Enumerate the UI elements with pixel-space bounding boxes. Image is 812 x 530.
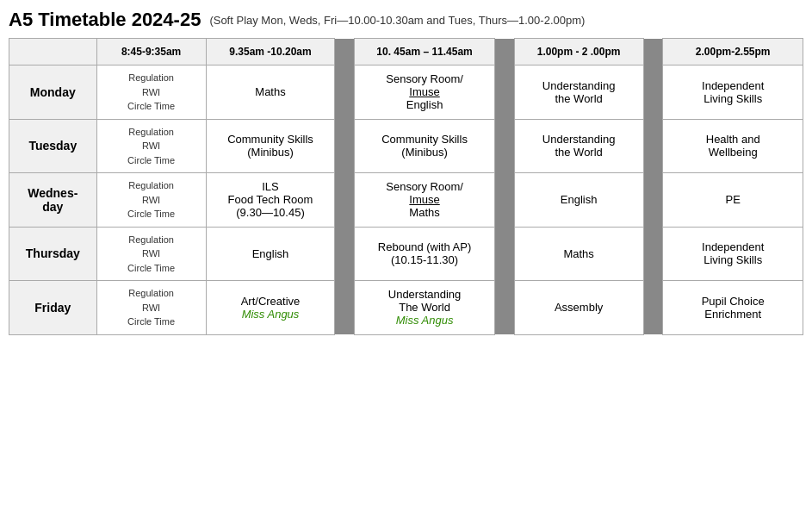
header-row: 8:45-9:35am 9.35am -10.20am 10. 45am – 1… bbox=[9, 39, 803, 65]
break-col-3 bbox=[643, 281, 663, 335]
break-col-2 bbox=[494, 227, 514, 281]
col4-cell: English bbox=[514, 173, 643, 228]
col5-cell: PE bbox=[663, 173, 803, 228]
break-col-2 bbox=[494, 173, 514, 228]
break-col-3 bbox=[643, 119, 663, 173]
day-cell: Monday bbox=[9, 65, 97, 120]
day-cell: Wednes-day bbox=[9, 173, 97, 228]
break-col-2 bbox=[494, 281, 514, 335]
break-col-2 bbox=[494, 119, 514, 173]
col5-cell: Pupil ChoiceEnrichment bbox=[663, 281, 803, 335]
regulation-cell: RegulationRWICircle Time bbox=[96, 65, 206, 120]
day-cell: Thursday bbox=[9, 227, 97, 281]
page-header: A5 Timetable 2024-25 (Soft Play Mon, Wed… bbox=[9, 9, 803, 31]
col2-cell: ILSFood Tech Room(9.30—10.45) bbox=[206, 173, 335, 228]
regulation-cell: RegulationRWICircle Time bbox=[96, 173, 206, 228]
time2-header: 9.35am -10.20am bbox=[206, 39, 335, 65]
break-header-2 bbox=[494, 39, 514, 65]
regulation-cell: RegulationRWICircle Time bbox=[96, 119, 206, 173]
col3-cell: Rebound (with AP)(10.15-11.30) bbox=[355, 227, 495, 281]
col2-cell: Maths bbox=[206, 65, 335, 120]
col3-cell: Sensory Room/ImuseEnglish bbox=[355, 65, 495, 120]
col2-cell: Art/CreativeMiss Angus bbox=[206, 281, 335, 335]
break-col-1 bbox=[335, 173, 355, 228]
break-header-1 bbox=[335, 39, 355, 65]
col4-cell: Understandingthe World bbox=[514, 65, 643, 120]
col5-cell: IndependentLiving Skills bbox=[663, 227, 803, 281]
col4-cell: Understandingthe World bbox=[514, 119, 643, 173]
day-cell: Friday bbox=[9, 281, 97, 335]
time4-header: 1.00pm - 2 .00pm bbox=[514, 39, 643, 65]
break-col-1 bbox=[335, 227, 355, 281]
col3-cell: Community Skills(Minibus) bbox=[355, 119, 495, 173]
time5-header: 2.00pm-2.55pm bbox=[663, 39, 803, 65]
table-row: MondayRegulationRWICircle TimeMathsSenso… bbox=[9, 65, 803, 120]
break-col-1 bbox=[335, 65, 355, 120]
col2-cell: Community Skills(Minibus) bbox=[206, 119, 335, 173]
time3-header: 10. 45am – 11.45am bbox=[355, 39, 495, 65]
day-header bbox=[9, 39, 97, 65]
page-title: A5 Timetable 2024-25 bbox=[9, 9, 201, 31]
col3-cell: UnderstandingThe WorldMiss Angus bbox=[355, 281, 495, 335]
day-cell: Tuesday bbox=[9, 119, 97, 173]
col4-cell: Assembly bbox=[514, 281, 643, 335]
timetable: 8:45-9:35am 9.35am -10.20am 10. 45am – 1… bbox=[9, 38, 803, 335]
regulation-cell: RegulationRWICircle Time bbox=[96, 281, 206, 335]
break-col-2 bbox=[494, 65, 514, 120]
time1-header: 8:45-9:35am bbox=[96, 39, 206, 65]
col2-cell: English bbox=[206, 227, 335, 281]
col3-cell: Sensory Room/ImuseMaths bbox=[355, 173, 495, 228]
table-row: TuesdayRegulationRWICircle TimeCommunity… bbox=[9, 119, 803, 173]
col5-cell: Health andWellbeing bbox=[663, 119, 803, 173]
table-row: ThursdayRegulationRWICircle TimeEnglishR… bbox=[9, 227, 803, 281]
break-col-3 bbox=[643, 227, 663, 281]
break-col-3 bbox=[643, 65, 663, 120]
table-row: Wednes-dayRegulationRWICircle TimeILSFoo… bbox=[9, 173, 803, 228]
break-col-1 bbox=[335, 281, 355, 335]
col4-cell: Maths bbox=[514, 227, 643, 281]
break-col-3 bbox=[643, 173, 663, 228]
page-subtitle: (Soft Play Mon, Weds, Fri—10.00-10.30am … bbox=[209, 14, 585, 27]
break-col-1 bbox=[335, 119, 355, 173]
break-header-3 bbox=[643, 39, 663, 65]
table-row: FridayRegulationRWICircle TimeArt/Creati… bbox=[9, 281, 803, 335]
col5-cell: IndependentLiving Skills bbox=[663, 65, 803, 120]
regulation-cell: RegulationRWICircle Time bbox=[96, 227, 206, 281]
